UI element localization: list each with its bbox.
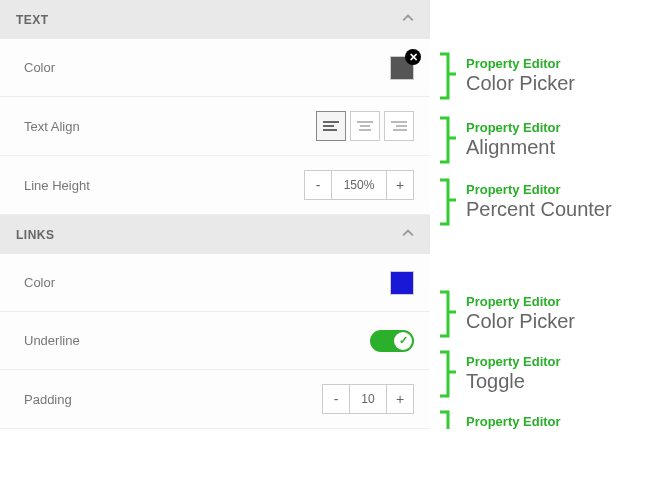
stepper-dec-button[interactable]: -	[322, 384, 350, 414]
align-center-button[interactable]	[350, 111, 380, 141]
section-title: LINKS	[16, 228, 55, 242]
label-underline: Underline	[24, 333, 80, 348]
brace-icon	[436, 52, 460, 100]
anno-kicker: Property Editor	[466, 415, 614, 429]
color-picker-links[interactable]	[390, 271, 414, 295]
stepper-dec-button[interactable]: -	[304, 170, 332, 200]
check-icon: ✓	[399, 334, 408, 347]
anno-title: Color Picker	[466, 309, 575, 333]
brace-icon	[436, 290, 460, 338]
padding-stepper: - +	[322, 384, 414, 414]
anno-title: Color Picker	[466, 71, 575, 95]
row-text-align: Text Align	[0, 97, 430, 156]
brace-icon	[436, 178, 460, 226]
section-header-text[interactable]: TEXT	[0, 0, 430, 39]
align-right-button[interactable]	[384, 111, 414, 141]
label-text-color: Color	[24, 60, 55, 75]
color-picker-text[interactable]: ✕	[390, 56, 414, 80]
anno-title: Toggle	[466, 369, 561, 393]
row-underline: Underline ✓	[0, 312, 430, 370]
row-padding: Padding - +	[0, 370, 430, 429]
row-link-color: Color	[0, 254, 430, 312]
anno-title: Percent Counter	[466, 197, 612, 221]
anno-kicker: Property Editor	[466, 295, 575, 309]
row-line-height: Line Height - +	[0, 156, 430, 215]
align-left-button[interactable]	[316, 111, 346, 141]
anno-title: Alignment	[466, 135, 561, 159]
anno-kicker: Property Editor	[466, 57, 575, 71]
line-height-stepper: - +	[304, 170, 414, 200]
brace-icon	[436, 350, 460, 398]
line-height-input[interactable]	[332, 170, 386, 200]
anno-kicker: Property Editor	[466, 355, 561, 369]
padding-input[interactable]	[350, 384, 386, 414]
section-title: TEXT	[16, 13, 49, 27]
chevron-up-icon	[402, 227, 414, 242]
stepper-inc-button[interactable]: +	[386, 384, 414, 414]
label-text-align: Text Align	[24, 119, 80, 134]
label-padding: Padding	[24, 392, 72, 407]
brace-icon	[436, 116, 460, 164]
annotations-column: Property Editor Color Picker Property Ed…	[430, 0, 658, 429]
brace-icon	[436, 410, 460, 429]
underline-toggle[interactable]: ✓	[370, 330, 414, 352]
stepper-inc-button[interactable]: +	[386, 170, 414, 200]
label-link-color: Color	[24, 275, 55, 290]
label-line-height: Line Height	[24, 178, 90, 193]
anno-kicker: Property Editor	[466, 183, 612, 197]
properties-panel: TEXT Color ✕ Text Align	[0, 0, 430, 429]
section-header-links[interactable]: LINKS	[0, 215, 430, 254]
clear-color-icon[interactable]: ✕	[405, 49, 421, 65]
row-text-color: Color ✕	[0, 39, 430, 97]
anno-kicker: Property Editor	[466, 121, 561, 135]
chevron-up-icon	[402, 12, 414, 27]
